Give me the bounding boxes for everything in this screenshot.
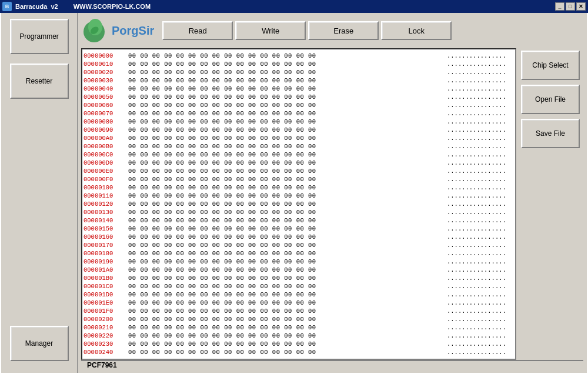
hex-address: 00000140 [83, 216, 128, 225]
hex-address: 000001E0 [83, 299, 128, 307]
table-row: 0000015000 00 00 00 00 00 00 00 00 00 00… [83, 225, 514, 233]
manager-button[interactable]: Manager [10, 326, 69, 361]
hex-bytes: 00 00 00 00 00 00 00 00 00 00 00 00 00 0… [128, 208, 443, 216]
hex-bytes: 00 00 00 00 00 00 00 00 00 00 00 00 00 0… [128, 68, 443, 76]
table-row: 0000022000 00 00 00 00 00 00 00 00 00 00… [83, 332, 514, 340]
table-row: 0000009000 00 00 00 00 00 00 00 00 00 00… [83, 126, 514, 134]
hex-ascii: ................ [443, 249, 514, 258]
close-button[interactable]: ✕ [576, 2, 586, 11]
table-row: 000000C000 00 00 00 00 00 00 00 00 00 00… [83, 151, 514, 159]
hex-bytes: 00 00 00 00 00 00 00 00 00 00 00 00 00 0… [128, 134, 443, 142]
maximize-button[interactable]: □ [566, 2, 575, 11]
chip-select-button[interactable]: Chip Select [521, 51, 580, 80]
programmer-button[interactable]: Programmer [10, 19, 69, 54]
tab-read[interactable]: Read [162, 21, 233, 40]
hex-bytes: 00 00 00 00 00 00 00 00 00 00 00 00 00 0… [128, 307, 443, 315]
table-row: 000001D000 00 00 00 00 00 00 00 00 00 00… [83, 290, 514, 299]
hex-address: 000000A0 [83, 134, 128, 142]
hex-ascii: ................ [443, 101, 514, 109]
hex-bytes: 00 00 00 00 00 00 00 00 00 00 00 00 00 0… [128, 258, 443, 266]
hex-bytes: 00 00 00 00 00 00 00 00 00 00 00 00 00 0… [128, 109, 443, 118]
website: WWW.SCORPIO-LK.COM [74, 3, 151, 10]
hex-address: 00000210 [83, 323, 128, 332]
table-row: 0000018000 00 00 00 00 00 00 00 00 00 00… [83, 249, 514, 258]
hex-address: 000000F0 [83, 175, 128, 183]
table-row: 000000D000 00 00 00 00 00 00 00 00 00 00… [83, 159, 514, 167]
table-row: 0000019000 00 00 00 00 00 00 00 00 00 00… [83, 258, 514, 266]
hex-bytes: 00 00 00 00 00 00 00 00 00 00 00 00 00 0… [128, 60, 443, 68]
hex-ascii: ................ [443, 60, 514, 68]
hex-bytes: 00 00 00 00 00 00 00 00 00 00 00 00 00 0… [128, 348, 443, 356]
hex-ascii: ................ [443, 332, 514, 340]
hex-ascii: ................ [443, 225, 514, 233]
tab-erase[interactable]: Erase [308, 21, 379, 40]
hex-bytes: 00 00 00 00 00 00 00 00 00 00 00 00 00 0… [128, 282, 443, 290]
table-row: 0000008000 00 00 00 00 00 00 00 00 00 00… [83, 118, 514, 126]
table-row: 0000021000 00 00 00 00 00 00 00 00 00 00… [83, 323, 514, 332]
hex-scroll[interactable]: 0000000000 00 00 00 00 00 00 00 00 00 00… [82, 49, 515, 359]
chip-name: PCF7961 [87, 361, 117, 369]
hex-ascii: ................ [443, 85, 514, 93]
right-panel: Chip Select Open File Save File [519, 48, 583, 360]
hex-bytes: 00 00 00 00 00 00 00 00 00 00 00 00 00 0… [128, 76, 443, 85]
hex-address: 00000090 [83, 126, 128, 134]
hex-ascii: ................ [443, 307, 514, 315]
table-row: 0000017000 00 00 00 00 00 00 00 00 00 00… [83, 241, 514, 249]
tab-lock[interactable]: Lock [381, 21, 452, 40]
hex-address: 000001C0 [83, 282, 128, 290]
hex-bytes: 00 00 00 00 00 00 00 00 00 00 00 00 00 0… [128, 192, 443, 200]
hex-address: 00000050 [83, 93, 128, 101]
hex-address: 00000170 [83, 241, 128, 249]
hex-bytes: 00 00 00 00 00 00 00 00 00 00 00 00 00 0… [128, 249, 443, 258]
table-row: 0000014000 00 00 00 00 00 00 00 00 00 00… [83, 216, 514, 225]
save-file-button[interactable]: Save File [521, 119, 580, 148]
hex-ascii: ................ [443, 282, 514, 290]
tab-write[interactable]: Write [235, 21, 306, 40]
main-window: Programmer Resetter Manager PorgSir Read… [0, 13, 588, 374]
logo-text: PorgSir [112, 24, 154, 38]
hex-ascii: ................ [443, 299, 514, 307]
hex-address: 00000240 [83, 348, 128, 356]
table-row: 0000004000 00 00 00 00 00 00 00 00 00 00… [83, 85, 514, 93]
hex-address: 000000B0 [83, 142, 128, 151]
table-row: 0000005000 00 00 00 00 00 00 00 00 00 00… [83, 93, 514, 101]
hex-address: 000001A0 [83, 266, 128, 274]
hex-ascii: ................ [443, 323, 514, 332]
hex-address: 000001D0 [83, 290, 128, 299]
table-row: 0000023000 00 00 00 00 00 00 00 00 00 00… [83, 340, 514, 348]
minimize-button[interactable]: _ [555, 2, 564, 11]
hex-bytes: 00 00 00 00 00 00 00 00 00 00 00 00 00 0… [128, 175, 443, 183]
table-row: 0000000000 00 00 00 00 00 00 00 00 00 00… [83, 52, 514, 60]
hex-ascii: ................ [443, 348, 514, 356]
hex-address: 00000230 [83, 340, 128, 348]
content-area: PorgSir Read Write Erase Lock 0000000000… [78, 13, 587, 373]
hex-ascii: ................ [443, 175, 514, 183]
app-name: Barracuda [15, 3, 47, 10]
hex-bytes: 00 00 00 00 00 00 00 00 00 00 00 00 00 0… [128, 101, 443, 109]
hex-bytes: 00 00 00 00 00 00 00 00 00 00 00 00 00 0… [128, 323, 443, 332]
open-file-button[interactable]: Open File [521, 85, 580, 114]
hex-bytes: 00 00 00 00 00 00 00 00 00 00 00 00 00 0… [128, 332, 443, 340]
hex-bytes: 00 00 00 00 00 00 00 00 00 00 00 00 00 0… [128, 142, 443, 151]
hex-ascii: ................ [443, 134, 514, 142]
hex-ascii: ................ [443, 340, 514, 348]
table-row: 0000001000 00 00 00 00 00 00 00 00 00 00… [83, 60, 514, 68]
hex-area: 0000000000 00 00 00 00 00 00 00 00 00 00… [81, 48, 583, 360]
hex-ascii: ................ [443, 151, 514, 159]
table-row: 0000024000 00 00 00 00 00 00 00 00 00 00… [83, 348, 514, 356]
hex-address: 00000110 [83, 192, 128, 200]
hex-bytes: 00 00 00 00 00 00 00 00 00 00 00 00 00 0… [128, 274, 443, 282]
hex-address: 00000040 [83, 85, 128, 93]
hex-ascii: ................ [443, 93, 514, 101]
table-row: 0000016000 00 00 00 00 00 00 00 00 00 00… [83, 233, 514, 241]
hex-ascii: ................ [443, 76, 514, 85]
hex-bytes: 00 00 00 00 00 00 00 00 00 00 00 00 00 0… [128, 118, 443, 126]
hex-address: 00000160 [83, 233, 128, 241]
hex-ascii: ................ [443, 126, 514, 134]
hex-bytes: 00 00 00 00 00 00 00 00 00 00 00 00 00 0… [128, 183, 443, 192]
hex-address: 00000080 [83, 118, 128, 126]
hex-address: 00000030 [83, 76, 128, 85]
hex-bytes: 00 00 00 00 00 00 00 00 00 00 00 00 00 0… [128, 290, 443, 299]
resetter-button[interactable]: Resetter [10, 64, 69, 99]
hex-bytes: 00 00 00 00 00 00 00 00 00 00 00 00 00 0… [128, 167, 443, 175]
